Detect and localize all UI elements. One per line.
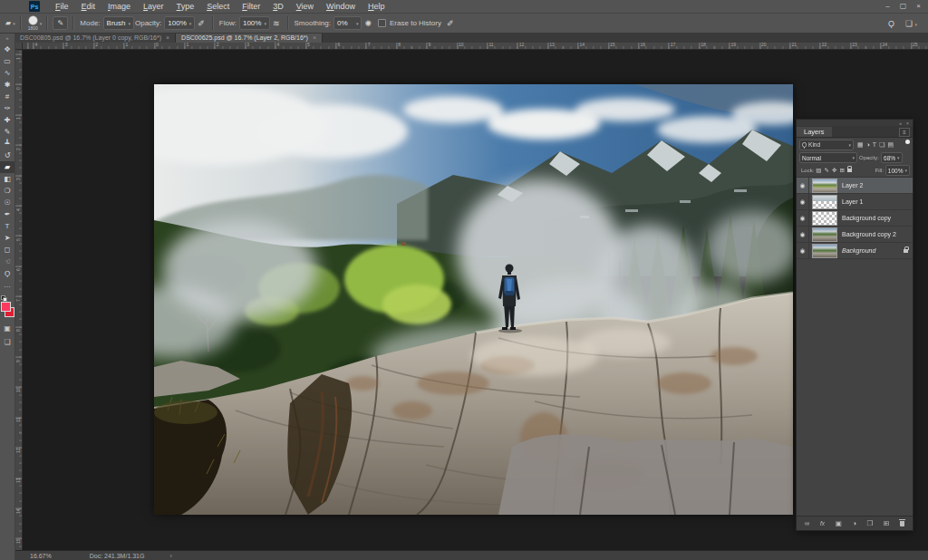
menu-file[interactable]: File [49,0,75,13]
layer-row[interactable]: ◉Layer 1 [797,194,913,210]
type-tool[interactable]: T [0,220,14,232]
filter-smart-objects-icon[interactable]: ▤ [887,141,894,149]
quick-mask-button[interactable]: ▣ [0,323,14,334]
layer-opacity-dropdown[interactable]: 68% ▾ [881,152,903,163]
flow-dropdown[interactable]: 100% ▾ [239,16,270,30]
opacity-dropdown[interactable]: 100% ▾ [164,16,195,30]
current-tool-button[interactable]: ▰ ▾ [5,19,15,27]
blur-tool[interactable]: ❍ [0,185,14,197]
edit-toolbar-button[interactable]: … [0,279,14,291]
delete-layer-button[interactable] [900,521,904,526]
layer-row[interactable]: ◉Background copy 2 [797,227,913,243]
status-options-chevron[interactable]: › [169,553,171,559]
menu-help[interactable]: Help [362,0,392,13]
visibility-eye-icon[interactable]: ◉ [797,243,809,258]
visibility-eye-icon[interactable]: ◉ [797,210,809,226]
new-group-button[interactable]: ❐ [867,519,874,527]
panel-menu-icon[interactable]: ≡ [899,128,910,137]
layer-thumbnail[interactable] [812,179,837,193]
pressure-opacity-toggle[interactable]: ✐ [198,19,205,28]
lock-transparency-icon[interactable]: ▨ [816,167,821,174]
gradient-tool[interactable]: ◧ [0,173,14,185]
layer-thumbnail[interactable] [812,195,837,209]
visibility-eye-icon[interactable]: ◉ [797,227,809,242]
new-layer-button[interactable]: ⊞ [884,519,889,527]
restore-button[interactable]: ▢ [895,0,911,12]
path-selection-tool[interactable]: ➤ [0,232,14,244]
lasso-tool[interactable]: ∿ [0,67,14,79]
search-icon[interactable]: Ϙ [888,19,894,28]
brush-tool[interactable]: ✎ [0,126,14,138]
close-panel-icon[interactable]: × [906,121,909,126]
pressure-size-toggle[interactable]: ✐ [447,19,454,28]
menu-select[interactable]: Select [200,0,236,13]
layer-thumbnail[interactable] [812,227,837,242]
erase-to-history-checkbox[interactable] [378,19,386,27]
menu-layer[interactable]: Layer [137,0,170,13]
smoothing-options-button[interactable]: ✺ [364,19,372,28]
filter-type-layers-icon[interactable]: T [873,141,876,149]
quick-selection-tool[interactable]: ✱ [0,79,14,91]
filter-shape-layers-icon[interactable]: ❏ [879,141,884,149]
menu-filter[interactable]: Filter [236,0,266,13]
layer-effects-button[interactable]: fx [820,520,825,526]
lock-position-icon[interactable]: ✥ [832,167,836,174]
layer-row[interactable]: ◉Layer 2 [797,178,913,194]
visibility-eye-icon[interactable]: ◉ [797,194,809,209]
document-tab-2[interactable]: DSC00625.psd @ 16.7% (Layer 2, RGB/16*)× [176,33,323,43]
foreground-color-swatch[interactable] [1,302,11,312]
healing-brush-tool[interactable]: ✚ [0,114,14,126]
layer-row[interactable]: ◉Background [797,243,913,259]
filter-adjustment-layers-icon[interactable]: ◑ [866,141,870,149]
menu-window[interactable]: Window [320,0,362,13]
document-tab-1[interactable]: DSC00805.psd @ 16.7% (Layer 0 copy, RGB/… [14,33,176,43]
shape-tool[interactable]: ◻ [0,244,14,256]
default-colors-icon[interactable] [1,295,7,300]
visibility-eye-icon[interactable]: ◉ [797,178,809,193]
move-tool[interactable]: ✥ [0,43,14,55]
menu-edit[interactable]: Edit [75,0,102,13]
collapse-panel-icon[interactable]: « [899,121,902,126]
layer-row[interactable]: ◉Background copy [797,210,913,227]
new-adjustment-layer-button[interactable]: ◑ [852,519,856,527]
brush-settings-toggle[interactable]: ✎ [53,16,68,30]
close-tab-icon[interactable]: × [166,34,169,41]
close-tab-icon[interactable]: × [313,34,316,41]
smoothing-dropdown[interactable]: 0% ▾ [334,16,362,30]
horizontal-ruler[interactable]: 4321012345678910111213141516171819202122… [14,43,928,50]
zoom-level-field[interactable]: 16.67% [30,553,52,559]
zoom-tool[interactable]: Ϙ [0,267,14,279]
minimize-button[interactable]: – [880,0,895,12]
clone-stamp-tool[interactable]: ┻ [0,138,14,150]
airbrush-toggle[interactable]: ≋ [273,19,280,28]
lock-artboard-icon[interactable]: ⊞ [839,167,844,174]
workspace-switcher[interactable]: ❏ ▾ [905,19,917,28]
hand-tool[interactable]: ☜ [0,256,14,267]
menu-type[interactable]: Type [170,0,201,13]
menu-3d[interactable]: 3D [266,0,290,13]
add-layer-mask-button[interactable]: ▣ [836,519,842,527]
crop-tool[interactable]: # [0,91,14,102]
dodge-tool[interactable]: ☉ [0,197,14,208]
eraser-tool[interactable]: ▰ [0,161,14,173]
lock-all-icon[interactable] [847,169,852,172]
pen-tool[interactable]: ✒ [0,208,14,220]
brush-preset-picker[interactable]: 1800 [28,15,38,31]
menu-image[interactable]: Image [102,0,137,13]
filter-pixel-layers-icon[interactable]: ▦ [857,141,864,149]
layers-panel-tab[interactable]: Layers [797,127,832,137]
blend-mode-dropdown[interactable]: Normal ▾ [799,152,857,163]
layer-thumbnail[interactable] [812,244,837,258]
filter-kind-dropdown[interactable]: Ϙ Kind ▾ [799,140,854,150]
close-button[interactable]: × [911,0,926,12]
screen-mode-button[interactable]: ❏ [0,336,14,348]
canvas-document[interactable] [154,84,793,515]
filter-toggle-icon[interactable] [905,140,910,144]
chevron-down-icon[interactable]: ▾ [40,21,43,26]
vertical-ruler[interactable]: 10123456789101112131415 [14,49,23,551]
marquee-tool[interactable]: ▭ [0,55,14,67]
link-layers-button[interactable]: ∞ [805,519,809,527]
lock-pixels-icon[interactable]: ✎ [825,167,829,174]
history-brush-tool[interactable]: ↺ [0,150,14,161]
mode-dropdown[interactable]: Brush ▾ [103,16,134,30]
